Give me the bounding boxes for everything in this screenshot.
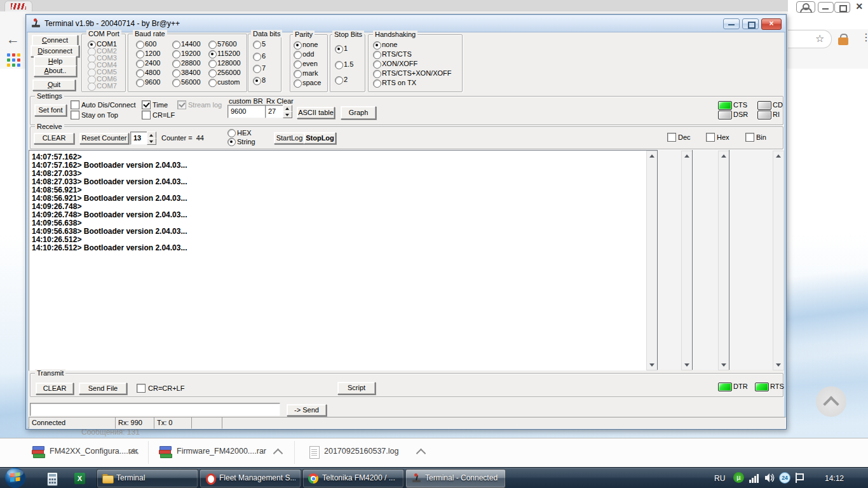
parity-legend: Parity: [293, 30, 315, 38]
browser-menu-icon[interactable]: ⋮: [861, 35, 868, 39]
radio-baud-115200[interactable]: [208, 50, 217, 58]
stream-log-checkbox[interactable]: [177, 100, 186, 109]
browser-close-button[interactable]: ×: [856, 0, 863, 13]
excel-icon[interactable]: X: [74, 473, 85, 484]
download-item[interactable]: FM42XX_Configura....rar: [50, 447, 138, 456]
radio-baud-600[interactable]: [136, 41, 144, 49]
send-file-button[interactable]: Send File: [79, 383, 127, 395]
radio-com7[interactable]: [88, 83, 96, 91]
radio-handshake-both[interactable]: [373, 70, 381, 78]
cr-lf-checkbox[interactable]: [142, 111, 151, 119]
address-bar-end[interactable]: [788, 30, 832, 48]
radio-hex-mode[interactable]: [227, 129, 236, 137]
taskbar-button-fleet-management[interactable]: Fleet Management S...: [200, 469, 301, 488]
radio-handshake-none[interactable]: [373, 41, 381, 50]
transmit-clear-button[interactable]: CLEAR: [36, 383, 74, 395]
profile-button[interactable]: [796, 1, 815, 13]
send-input[interactable]: [30, 403, 280, 416]
radio-baud-56000[interactable]: [172, 79, 180, 87]
volume-icon[interactable]: [764, 473, 775, 483]
receive-log-text: 14:07:57.162> 14:07:57.162> Bootloader v…: [32, 152, 187, 252]
terminal-restore-button[interactable]: [742, 18, 759, 29]
radio-databits-6[interactable]: [253, 53, 261, 61]
dec-checkbox[interactable]: [667, 133, 676, 142]
terminal-close-button[interactable]: ×: [761, 18, 782, 30]
radio-baud-28800[interactable]: [172, 60, 180, 68]
download-item[interactable]: Firmware_FM42000....rar: [177, 447, 266, 456]
browser-maximize-button[interactable]: [834, 2, 850, 13]
utorrent-icon[interactable]: µ: [733, 472, 744, 483]
radio-stopbits-2[interactable]: [335, 76, 343, 85]
stoplog-button[interactable]: StopLog: [304, 132, 336, 144]
receive-count-spin-down[interactable]: [147, 138, 156, 145]
radio-baud-1200[interactable]: [136, 50, 144, 58]
radio-baud-2400[interactable]: [136, 60, 144, 68]
about-button[interactable]: About..: [34, 65, 77, 77]
radio-baud-14400[interactable]: [172, 41, 180, 49]
radio-baud-19200[interactable]: [172, 50, 180, 58]
taskbar-button-terminal-folder[interactable]: Terminal: [97, 469, 198, 488]
radio-stopbits-1[interactable]: [335, 45, 343, 53]
cr-crlf-checkbox[interactable]: [137, 384, 146, 393]
download-chevron-icon[interactable]: [273, 449, 283, 459]
action-center-flag-icon[interactable]: [795, 473, 804, 483]
hex-checkbox[interactable]: [706, 133, 715, 142]
receive-log-area[interactable]: 14:07:57.162> 14:07:57.162> Bootloader v…: [29, 150, 658, 371]
taskbar-button-teltonika[interactable]: Teltonika FM4200 / ...: [302, 469, 404, 488]
radio-baud-9600[interactable]: [136, 79, 144, 87]
language-indicator[interactable]: RU: [714, 474, 725, 483]
calculator-icon[interactable]: [47, 472, 58, 486]
start-button[interactable]: [4, 466, 27, 488]
clock[interactable]: 14:12: [825, 474, 844, 483]
reset-counter-button[interactable]: Reset Counter: [79, 133, 129, 144]
radio-parity-mark[interactable]: [294, 70, 302, 78]
startlog-button[interactable]: StartLog: [274, 132, 305, 144]
radio-handshake-rtscts[interactable]: [373, 51, 381, 59]
send-button[interactable]: -> Send: [287, 404, 327, 416]
radio-parity-space[interactable]: [294, 79, 302, 88]
graph-button[interactable]: Graph: [341, 106, 376, 119]
radio-string-mode[interactable]: [227, 138, 236, 146]
taskbar-button-terminal-connected[interactable]: Terminal - Connected: [405, 469, 506, 488]
ascii-table-button[interactable]: ASCII table: [297, 107, 335, 119]
rx-clear-spin-down[interactable]: [283, 111, 292, 118]
bin-checkbox[interactable]: [745, 133, 754, 142]
download-chevron-icon[interactable]: [416, 449, 426, 459]
radio-parity-even[interactable]: [294, 60, 302, 69]
radio-baud-128000[interactable]: [208, 60, 217, 68]
download-item[interactable]: 20170925160537.log: [324, 447, 398, 456]
radio-databits-8[interactable]: [253, 77, 261, 85]
radio-baud-38400[interactable]: [172, 69, 180, 78]
radio-handshake-rtsontx[interactable]: [373, 79, 381, 88]
radio-baud-4800[interactable]: [136, 69, 144, 78]
receive-clear-button[interactable]: CLEAR: [34, 133, 74, 144]
hex-pane-2-scrollbar[interactable]: [718, 151, 729, 370]
set-font-button[interactable]: Set font: [34, 104, 67, 116]
radio-stopbits-1-5[interactable]: [335, 61, 343, 69]
radio-baud-custom[interactable]: [208, 79, 217, 87]
hex-pane-3-scrollbar[interactable]: [773, 151, 784, 370]
stay-on-top-checkbox[interactable]: [71, 111, 79, 119]
radio-baud-57600[interactable]: [208, 41, 217, 49]
browser-tab[interactable]: [4, 1, 32, 12]
scroll-to-top-button[interactable]: [816, 386, 846, 417]
bookmark-star-icon[interactable]: ☆: [815, 32, 824, 44]
log-scrollbar[interactable]: [646, 151, 658, 370]
radio-databits-5[interactable]: [253, 41, 261, 49]
tray-badge-24-icon[interactable]: 24: [779, 472, 790, 484]
radio-parity-none[interactable]: [294, 41, 302, 50]
apps-grid-icon[interactable]: [7, 53, 22, 67]
quit-button[interactable]: Quit: [32, 79, 76, 91]
browser-minimize-button[interactable]: [818, 2, 834, 13]
radio-handshake-xonxoff[interactable]: [373, 60, 381, 69]
auto-disconnect-checkbox[interactable]: [71, 100, 79, 109]
browser-back-icon[interactable]: ←: [6, 32, 20, 47]
radio-baud-256000[interactable]: [208, 69, 217, 78]
time-checkbox[interactable]: [142, 100, 151, 109]
radio-parity-odd[interactable]: [294, 51, 302, 59]
script-button[interactable]: Script: [337, 382, 376, 395]
network-signal-icon[interactable]: [749, 473, 761, 483]
radio-databits-7[interactable]: [253, 65, 261, 73]
hex-pane-1-scrollbar[interactable]: [681, 151, 693, 370]
terminal-minimize-button[interactable]: [723, 18, 740, 29]
